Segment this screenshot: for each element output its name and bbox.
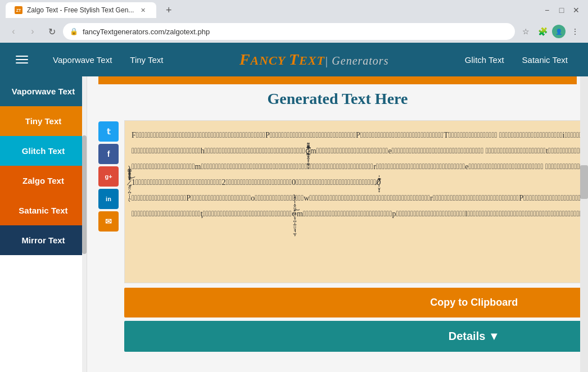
tab-favicon: ZT — [15, 6, 22, 14]
sidebar-item-glitch[interactable]: Glitch Text — [0, 136, 87, 166]
nav-tiny[interactable]: Tiny Text — [121, 55, 172, 65]
linkedin-share-btn[interactable]: in — [98, 189, 119, 209]
generated-text-display[interactable]: F̵̢̨̛̯̲̗͍̱̜͔͇̙̦̰̊̓̉̎̋̒͌̏̿̑͊̈̀̐̈́͌̑̅͒͆̔̆̋… — [124, 120, 588, 283]
content-wrapper: 𝕥 f g+ in ✉ F̵̢̨̛̯̲̗͍̱̜͔͇̙̦̰̊̓̉̎̋̒͌̏̿̑͊̈… — [87, 120, 588, 352]
logo-text: FANCY TEXT| Generators — [239, 51, 389, 68]
maximize-btn[interactable]: □ — [555, 4, 568, 16]
facebook-share-btn[interactable]: f — [98, 144, 119, 164]
forward-btn[interactable]: › — [25, 24, 40, 39]
page-layout: Vaporwave Text Tiny Text Glitch Text Zal… — [0, 76, 588, 372]
linkedin-icon: in — [106, 196, 111, 202]
tab-close-btn[interactable]: ✕ — [138, 6, 147, 15]
nav-satanic[interactable]: Satanic Text — [513, 55, 577, 65]
close-btn[interactable]: ✕ — [570, 4, 582, 16]
email-share-btn[interactable]: ✉ — [98, 211, 119, 232]
sidebar-item-vaporwave[interactable]: Vaporwave Text — [0, 76, 87, 106]
window-controls: − □ ✕ — [541, 4, 582, 16]
tabs-area: ZT Zalgo Text - Free Stylish Text Gen...… — [6, 2, 177, 18]
twitter-share-btn[interactable]: 𝕥 — [98, 121, 119, 142]
details-label: Details — [449, 330, 489, 342]
active-tab[interactable]: ZT Zalgo Text - Free Stylish Text Gen...… — [6, 2, 156, 18]
hamburger-line-3 — [16, 62, 28, 63]
hamburger-line-1 — [16, 56, 28, 57]
tab-title: Zalgo Text - Free Stylish Text Gen... — [27, 6, 134, 14]
nav-vaporwave[interactable]: Vaporwave Text — [44, 55, 121, 65]
social-sidebar: 𝕥 f g+ in ✉ — [98, 120, 119, 352]
generated-section: Generated Text Here — [87, 84, 588, 120]
sidebar-item-zalgo[interactable]: Zalgo Text — [0, 166, 87, 196]
sidebar: Vaporwave Text Tiny Text Glitch Text Zal… — [0, 76, 87, 372]
sidebar-scroll-thumb — [82, 135, 87, 253]
site-nav: Vaporwave Text Tiny Text FANCY TEXT| Gen… — [0, 43, 588, 76]
url-text: fancyTextgenerators.com/zalgotext.php — [83, 28, 508, 36]
generated-title: Generated Text Here — [98, 90, 577, 108]
sidebar-item-satanic[interactable]: Satanic Text — [0, 196, 87, 225]
top-orange-bar — [98, 76, 577, 84]
twitter-icon: 𝕥 — [107, 127, 111, 136]
gplus-share-btn[interactable]: g+ — [98, 166, 119, 187]
address-bar: ‹ › ↻ 🔒 fancyTextgenerators.com/zalgotex… — [0, 20, 588, 43]
sidebar-item-mirror[interactable]: Mirror Text — [0, 225, 87, 255]
text-area-wrapper: F̵̢̨̛̯̲̗͍̱̜͔͇̙̦̰̊̓̉̎̋̒͌̏̿̑͊̈̀̐̈́͌̑̅͒͆̔̆̋… — [124, 120, 588, 352]
back-btn[interactable]: ‹ — [6, 24, 21, 39]
page-scroll-thumb — [580, 165, 588, 199]
nav-glitch[interactable]: Glitch Text — [456, 55, 513, 65]
extensions-icon[interactable]: 🧩 — [535, 24, 550, 39]
nav-right: Glitch Text Satanic Text — [456, 55, 577, 65]
reload-btn[interactable]: ↻ — [44, 24, 60, 39]
site-logo: FANCY TEXT| Generators — [173, 51, 456, 69]
sidebar-scrollbar — [82, 76, 87, 372]
menu-icon[interactable]: ⋮ — [568, 24, 582, 39]
zalgo-text-content: F̵̢̨̛̯̲̗͍̱̜͔͇̙̦̰̊̓̉̎̋̒͌̏̿̑͊̈̀̐̈́͌̑̅͒͆̔̆̋… — [132, 131, 588, 218]
facebook-icon: f — [107, 149, 110, 158]
title-bar: ZT Zalgo Text - Free Stylish Text Gen...… — [0, 0, 588, 20]
hamburger-line-2 — [16, 59, 28, 60]
bookmark-icon[interactable]: ☆ — [518, 24, 533, 39]
main-content: Generated Text Here 𝕥 f g+ in ✉ — [87, 76, 588, 372]
url-box[interactable]: 🔒 fancyTextgenerators.com/zalgotext.php — [63, 23, 515, 40]
email-icon: ✉ — [105, 217, 112, 226]
copy-to-clipboard-btn[interactable]: Copy to Clipboard — [124, 288, 588, 317]
page-scrollbar[interactable] — [580, 76, 588, 372]
details-btn[interactable]: Details ▼ — [124, 321, 588, 352]
new-tab-btn[interactable]: + — [161, 2, 177, 18]
hamburger-btn[interactable] — [11, 51, 33, 68]
details-icon: ▼ — [489, 330, 500, 342]
profile-avatar[interactable]: 👤 — [552, 25, 566, 38]
gplus-icon: g+ — [105, 173, 112, 180]
minimize-btn[interactable]: − — [541, 4, 553, 16]
sidebar-item-tiny[interactable]: Tiny Text — [0, 106, 87, 136]
address-bar-right: ☆ 🧩 👤 ⋮ — [518, 24, 582, 39]
lock-icon: 🔒 — [70, 28, 78, 35]
